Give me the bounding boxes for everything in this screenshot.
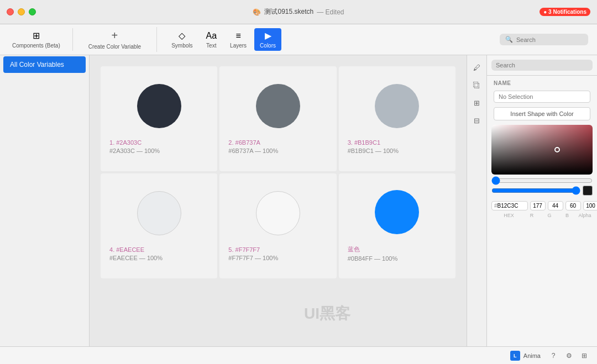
hue-slider[interactable] bbox=[491, 178, 593, 183]
r-label: R bbox=[524, 213, 540, 218]
color-info-5: 5. #F7F7F7 #F7F7F7 — 100% bbox=[228, 242, 327, 261]
colors-button[interactable]: ▶ Colors bbox=[254, 28, 281, 51]
color-info-2: 2. #6B737A #6B737A — 100% bbox=[228, 135, 327, 154]
components-button[interactable]: ⊞ Components (Beta) bbox=[9, 28, 64, 51]
grid-icon[interactable]: ⊞ bbox=[469, 95, 485, 110]
g-input[interactable] bbox=[548, 201, 563, 210]
anima-label: Anima bbox=[523, 352, 541, 359]
color-circle-1 bbox=[137, 84, 181, 128]
copy-icon[interactable]: ⿻ bbox=[469, 77, 485, 93]
color-info-1: 1. #2A303C #2A303C — 100% bbox=[109, 135, 208, 154]
color-swatch bbox=[583, 186, 593, 196]
anima-icon: L bbox=[510, 351, 520, 361]
color-circle-3 bbox=[375, 84, 419, 128]
right-panel: NAME Insert Shape with Color bbox=[486, 55, 597, 346]
color-info-3: 3. #B1B9C1 #B1B9C1 — 100% bbox=[348, 135, 447, 154]
traffic-lights bbox=[0, 8, 36, 15]
notifications-badge[interactable]: ● 3 Notifications bbox=[540, 8, 590, 16]
hex-label: HEX bbox=[491, 213, 522, 218]
search-input[interactable] bbox=[516, 36, 583, 43]
color-name-3: 3. #B1B9C1 bbox=[348, 139, 447, 146]
color-name-5: 5. #F7F7F7 bbox=[228, 246, 327, 253]
anima-badge: L Anima bbox=[510, 351, 541, 361]
filename: 测试0915.sketch bbox=[264, 7, 313, 17]
create-color-variable-button[interactable]: + Create Color Variable bbox=[82, 27, 148, 52]
file-icon: 🎨 bbox=[253, 8, 261, 16]
name-section-title: NAME bbox=[487, 76, 597, 88]
close-button[interactable] bbox=[7, 8, 14, 15]
b-label: B bbox=[559, 213, 575, 218]
color-card-3: 3. #B1B9C1 #B1B9C1 — 100% bbox=[339, 66, 455, 171]
colors-icon: ▶ bbox=[265, 30, 271, 41]
color-name-4: 4. #EAECEE bbox=[109, 246, 208, 253]
color-labels-row: HEX R G B Alpha bbox=[487, 213, 597, 221]
hex-input-container: # bbox=[491, 201, 528, 210]
sidebar: All Color Variables bbox=[0, 55, 90, 346]
name-field-container bbox=[487, 88, 597, 107]
components-label: Components (Beta) bbox=[12, 43, 60, 49]
alpha-slider[interactable] bbox=[491, 188, 580, 193]
eyedropper-icon[interactable]: 🖊 bbox=[469, 60, 485, 75]
panel-icons-vertical: 🖊 ⿻ ⊞ ⊟ bbox=[467, 55, 486, 346]
insert-shape-button[interactable]: Insert Shape with Color bbox=[494, 107, 590, 120]
color-info-blue: 蓝色 #0B84FF — 100% bbox=[348, 241, 447, 262]
layers-button[interactable]: ≡ Layers bbox=[224, 29, 252, 51]
create-label: Create Color Variable bbox=[88, 44, 141, 50]
color-card-1: 1. #2A303C #2A303C — 100% bbox=[101, 66, 217, 171]
color-card-blue: 蓝色 #0B84FF — 100% bbox=[339, 173, 455, 278]
text-label: Text bbox=[206, 43, 216, 49]
minimize-button[interactable] bbox=[18, 8, 25, 15]
toolbar: ⊞ Components (Beta) + Create Color Varia… bbox=[0, 24, 597, 55]
nav-tools-group: ◇ Symbols Aa Text ≡ Layers ▶ Colors bbox=[157, 28, 290, 51]
settings-icon[interactable]: ⚙ bbox=[563, 350, 575, 362]
text-button[interactable]: Aa Text bbox=[201, 29, 223, 51]
alpha-label: Alpha bbox=[577, 213, 593, 218]
color-hex-4: #EAECEE — 100% bbox=[109, 255, 208, 261]
panel-search-input[interactable] bbox=[491, 60, 593, 71]
main-content: All Color Variables 1. #2A303C #2A303C —… bbox=[0, 55, 597, 346]
components-icon: ⊞ bbox=[33, 30, 40, 41]
watermark: UI黑客 bbox=[304, 303, 350, 324]
sidebar-item-all-color-variables[interactable]: All Color Variables bbox=[3, 56, 86, 73]
color-name-2: 2. #6B737A bbox=[228, 139, 327, 146]
bottom-bar: L Anima ? ⚙ ⊞ bbox=[0, 346, 597, 364]
b-input[interactable] bbox=[565, 201, 581, 210]
hex-input[interactable] bbox=[498, 203, 525, 209]
color-hex-2: #6B737A — 100% bbox=[228, 147, 327, 154]
components-group: ⊞ Components (Beta) bbox=[9, 28, 73, 51]
plugins-icon[interactable]: ⊞ bbox=[578, 350, 590, 362]
color-hex-3: #B1B9C1 — 100% bbox=[348, 147, 447, 154]
color-hex-blue: #0B84FF — 100% bbox=[348, 255, 447, 262]
layers-label: Layers bbox=[230, 43, 247, 49]
color-card-5: 5. #F7F7F7 #F7F7F7 — 100% bbox=[219, 173, 336, 278]
edited-status: — Edited bbox=[317, 8, 344, 16]
r-input[interactable] bbox=[530, 201, 546, 210]
color-circle-4 bbox=[137, 191, 181, 235]
text-icon: Aa bbox=[206, 31, 217, 41]
color-picker-gradient[interactable] bbox=[491, 125, 593, 175]
title-bar: 🎨 测试0915.sketch — Edited ● 3 Notificatio… bbox=[0, 0, 597, 24]
color-name-blue: 蓝色 bbox=[348, 245, 447, 254]
grid2-icon[interactable]: ⊟ bbox=[469, 113, 485, 128]
g-label: G bbox=[542, 213, 557, 218]
bottom-right-icons: ? ⚙ ⊞ bbox=[547, 350, 590, 362]
search-icon: 🔍 bbox=[505, 36, 513, 43]
color-cursor bbox=[554, 147, 560, 152]
color-name-1: 1. #2A303C bbox=[109, 139, 208, 146]
name-input[interactable] bbox=[494, 91, 590, 103]
maximize-button[interactable] bbox=[29, 8, 36, 15]
color-canvas: 1. #2A303C #2A303C — 100% 2. #6B737A #6B… bbox=[90, 55, 467, 346]
search-area: 🔍 bbox=[500, 34, 588, 45]
color-sliders bbox=[487, 175, 597, 199]
color-hex-5: #F7F7F7 — 100% bbox=[228, 255, 327, 261]
question-icon[interactable]: ? bbox=[547, 350, 559, 362]
symbols-icon: ◇ bbox=[179, 30, 185, 41]
color-circle-5 bbox=[256, 191, 300, 235]
color-circle-2 bbox=[256, 84, 300, 128]
create-group: + Create Color Variable bbox=[73, 27, 157, 52]
right-wrapper: 🖊 ⿻ ⊞ ⊟ NAME Insert Shape with Color bbox=[467, 55, 597, 346]
alpha-input[interactable] bbox=[583, 201, 597, 210]
symbols-button[interactable]: ◇ Symbols bbox=[166, 28, 198, 51]
color-circle-blue bbox=[375, 190, 419, 234]
symbols-label: Symbols bbox=[171, 43, 192, 49]
